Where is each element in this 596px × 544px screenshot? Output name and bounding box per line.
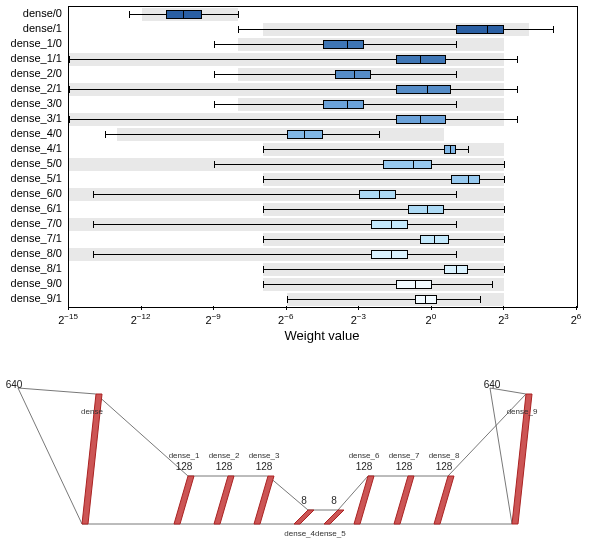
x-tick (431, 306, 432, 310)
median-line (347, 40, 348, 50)
whisker-cap (105, 131, 106, 139)
whisker (105, 134, 378, 135)
y-tick-label: dense_9/1 (0, 291, 62, 306)
whisker-cap (456, 41, 457, 49)
layer-slab (434, 476, 454, 524)
y-tick-label: dense/1 (0, 21, 62, 36)
y-tick-label: dense_4/0 (0, 126, 62, 141)
median-line (434, 235, 435, 245)
iqr-box (408, 205, 444, 215)
iqr-box (456, 25, 504, 35)
whisker-cap (214, 41, 215, 49)
layer-name: dense_1 (169, 451, 200, 460)
whisker-cap (263, 236, 264, 244)
units-label: 128 (176, 461, 193, 472)
whisker-cap (504, 176, 505, 184)
boxplot-row (69, 232, 577, 247)
whisker-cap (214, 71, 215, 79)
iqr-box (335, 70, 371, 80)
x-tick-label: 20 (426, 312, 437, 326)
whisker (69, 59, 517, 60)
median-line (420, 115, 421, 125)
boxplot-row (69, 217, 577, 232)
boxplot-row (69, 67, 577, 82)
boxplot-chart (68, 6, 578, 308)
boxplot-row (69, 127, 577, 142)
x-tick-label: 2−15 (58, 312, 78, 326)
y-tick-label: dense_8/0 (0, 246, 62, 261)
whisker (263, 284, 493, 285)
x-tick-label: 2−6 (278, 312, 293, 326)
whisker-cap (238, 11, 239, 19)
x-tick-label: 23 (498, 312, 509, 326)
iqr-box (396, 280, 432, 290)
iqr-box (396, 85, 452, 95)
median-line (425, 295, 426, 305)
iqr-box (396, 115, 447, 125)
whisker-cap (263, 206, 264, 214)
layer-name: dense_8 (429, 451, 460, 460)
boxplot-row (69, 277, 577, 292)
median-line (183, 10, 184, 20)
x-tick (213, 306, 214, 310)
boxplot-row (69, 247, 577, 262)
units-label: 8 (331, 495, 337, 506)
x-tick (68, 306, 69, 310)
whisker-cap (456, 251, 457, 259)
boxplot-row (69, 262, 577, 277)
median-line (420, 55, 421, 65)
x-tick (358, 306, 359, 310)
layer-slab (354, 476, 374, 524)
median-line (413, 160, 414, 170)
iqr-box (323, 100, 364, 110)
units-label: 128 (356, 461, 373, 472)
network-svg: 64064012812812888128128128densedense_1de… (4, 376, 592, 540)
whisker-cap (238, 26, 239, 34)
units-label: 128 (436, 461, 453, 472)
boxplot-row (69, 157, 577, 172)
boxplot-row (69, 82, 577, 97)
iqr-box (415, 295, 437, 305)
iqr-box (371, 250, 407, 260)
whisker-cap (504, 236, 505, 244)
iqr-box (383, 160, 431, 170)
whisker-cap (517, 56, 518, 64)
figure: dense/0dense/1dense_1/0dense_1/1dense_2/… (0, 0, 596, 544)
layer-name: dense_6 (349, 451, 380, 460)
y-tick-label: dense_8/1 (0, 261, 62, 276)
median-line (456, 265, 457, 275)
iqr-box (323, 40, 364, 50)
whisker-cap (263, 266, 264, 274)
whisker (263, 209, 505, 210)
whisker (287, 299, 481, 300)
whisker-cap (504, 206, 505, 214)
layer-name: dense_9 (507, 407, 538, 416)
whisker-cap (263, 146, 264, 154)
layer-name: dense (81, 407, 103, 416)
x-tick (141, 306, 142, 310)
units-label: 128 (396, 461, 413, 472)
layer-slab (174, 476, 194, 524)
boxplot-row (69, 22, 577, 37)
whisker-cap (456, 191, 457, 199)
y-tick-label: dense_7/0 (0, 216, 62, 231)
whisker-cap (214, 161, 215, 169)
y-tick-label: dense/0 (0, 6, 62, 21)
whisker-cap (214, 101, 215, 109)
x-tick-label: 26 (571, 312, 582, 326)
layer-name: dense_4dense_5 (284, 529, 346, 538)
x-tick (286, 306, 287, 310)
whisker-cap (263, 176, 264, 184)
whisker-cap (263, 281, 264, 289)
layer-name: dense_3 (249, 451, 280, 460)
whisker (238, 29, 552, 30)
layer-name: dense_7 (389, 451, 420, 460)
whisker-cap (553, 26, 554, 34)
boxplot-row (69, 142, 577, 157)
layer-slab (394, 476, 414, 524)
layer-slab (324, 510, 344, 524)
whisker-cap (517, 86, 518, 94)
boxplot-row (69, 52, 577, 67)
boxplot-row (69, 7, 577, 22)
whisker-cap (456, 71, 457, 79)
